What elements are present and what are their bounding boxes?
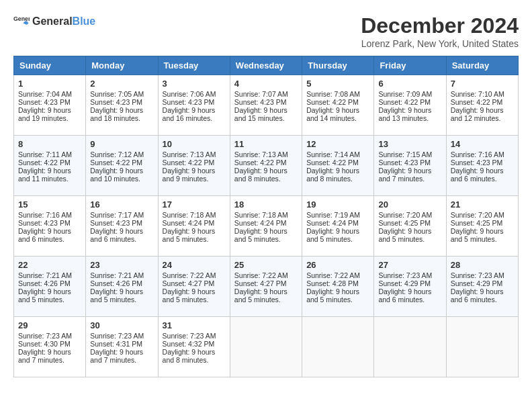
calendar-cell: 5 Sunrise: 7:08 AM Sunset: 4:22 PM Dayli… — [302, 75, 374, 136]
sunrise-label: Sunrise: 7:18 AM — [163, 211, 216, 219]
weekday-header-sunday: Sunday — [14, 56, 86, 75]
calendar-week-row: 15 Sunrise: 7:16 AM Sunset: 4:23 PM Dayl… — [14, 196, 519, 257]
calendar-cell: 26 Sunrise: 7:22 AM Sunset: 4:28 PM Dayl… — [302, 257, 374, 317]
daylight-label: Daylight: 9 hours and 5 minutes. — [234, 287, 287, 304]
sunrise-label: Sunrise: 7:04 AM — [18, 90, 72, 98]
calendar-cell: 31 Sunrise: 7:23 AM Sunset: 4:32 PM Dayl… — [158, 317, 230, 377]
sunset-label: Sunset: 4:23 PM — [18, 98, 71, 106]
day-number: 21 — [451, 199, 514, 210]
location-text: Lorenz Park, New York, United States — [361, 38, 519, 49]
day-number: 10 — [163, 139, 226, 149]
daylight-label: Daylight: 9 hours and 8 minutes. — [306, 167, 359, 183]
title-section: December 2024 Lorenz Park, New York, Uni… — [361, 13, 519, 49]
day-number: 9 — [90, 139, 153, 149]
day-number: 26 — [306, 260, 369, 270]
calendar-cell: 25 Sunrise: 7:22 AM Sunset: 4:27 PM Dayl… — [230, 257, 302, 317]
sunset-label: Sunset: 4:25 PM — [378, 219, 431, 227]
sunset-label: Sunset: 4:23 PM — [451, 158, 503, 167]
daylight-label: Daylight: 9 hours and 15 minutes. — [234, 106, 287, 122]
calendar-cell: 4 Sunrise: 7:07 AM Sunset: 4:23 PM Dayli… — [230, 75, 302, 136]
daylight-label: Daylight: 9 hours and 12 minutes. — [451, 106, 504, 122]
sunset-label: Sunset: 4:24 PM — [234, 219, 287, 227]
sunset-label: Sunset: 4:30 PM — [18, 340, 71, 348]
daylight-label: Daylight: 9 hours and 6 minutes. — [451, 167, 504, 183]
sunset-label: Sunset: 4:23 PM — [378, 158, 431, 167]
day-number: 22 — [18, 260, 81, 270]
daylight-label: Daylight: 9 hours and 5 minutes. — [306, 227, 359, 243]
daylight-label: Daylight: 9 hours and 5 minutes. — [90, 287, 143, 304]
calendar-cell: 28 Sunrise: 7:23 AM Sunset: 4:29 PM Dayl… — [446, 257, 518, 317]
sunrise-label: Sunrise: 7:21 AM — [90, 271, 144, 279]
day-number: 25 — [234, 260, 298, 270]
calendar-cell — [374, 317, 446, 377]
sunset-label: Sunset: 4:23 PM — [90, 219, 142, 227]
sunrise-label: Sunrise: 7:22 AM — [306, 271, 360, 279]
calendar-cell — [302, 317, 374, 377]
sunset-label: Sunset: 4:26 PM — [90, 279, 142, 287]
calendar-cell: 7 Sunrise: 7:10 AM Sunset: 4:22 PM Dayli… — [446, 75, 518, 136]
calendar-week-row: 8 Sunrise: 7:11 AM Sunset: 4:22 PM Dayli… — [14, 136, 519, 196]
daylight-label: Daylight: 9 hours and 5 minutes. — [451, 227, 504, 243]
day-number: 31 — [163, 320, 226, 330]
day-number: 18 — [234, 199, 298, 210]
day-number: 28 — [451, 260, 514, 270]
day-number: 20 — [378, 199, 441, 210]
calendar-cell: 19 Sunrise: 7:19 AM Sunset: 4:24 PM Dayl… — [302, 196, 374, 257]
day-number: 2 — [90, 79, 153, 89]
day-number: 4 — [234, 79, 298, 89]
sunset-label: Sunset: 4:29 PM — [378, 279, 431, 287]
sunset-label: Sunset: 4:24 PM — [306, 219, 359, 227]
weekday-header-tuesday: Tuesday — [158, 56, 230, 75]
calendar-table: SundayMondayTuesdayWednesdayThursdayFrid… — [13, 56, 519, 377]
daylight-label: Daylight: 9 hours and 11 minutes. — [18, 167, 71, 183]
sunset-label: Sunset: 4:29 PM — [451, 279, 503, 287]
calendar-cell: 27 Sunrise: 7:23 AM Sunset: 4:29 PM Dayl… — [374, 257, 446, 317]
sunrise-label: Sunrise: 7:21 AM — [18, 271, 72, 279]
sunset-label: Sunset: 4:22 PM — [378, 98, 431, 106]
day-number: 6 — [378, 79, 441, 89]
day-number: 19 — [306, 199, 369, 210]
calendar-cell: 10 Sunrise: 7:13 AM Sunset: 4:22 PM Dayl… — [158, 136, 230, 196]
month-title: December 2024 — [361, 13, 519, 38]
sunrise-label: Sunrise: 7:20 AM — [378, 211, 432, 219]
logo-blue-text: Blue — [73, 15, 96, 27]
daylight-label: Daylight: 9 hours and 18 minutes. — [90, 106, 143, 122]
calendar-cell: 14 Sunrise: 7:16 AM Sunset: 4:23 PM Dayl… — [446, 136, 518, 196]
sunset-label: Sunset: 4:24 PM — [163, 219, 215, 227]
calendar-week-row: 22 Sunrise: 7:21 AM Sunset: 4:26 PM Dayl… — [14, 257, 519, 317]
day-number: 14 — [451, 139, 514, 149]
sunset-label: Sunset: 4:31 PM — [90, 340, 142, 348]
calendar-cell: 17 Sunrise: 7:18 AM Sunset: 4:24 PM Dayl… — [158, 196, 230, 257]
sunset-label: Sunset: 4:27 PM — [163, 279, 215, 287]
day-number: 7 — [451, 79, 514, 89]
sunset-label: Sunset: 4:23 PM — [90, 98, 142, 106]
day-number: 8 — [18, 139, 81, 149]
logo: General GeneralBlue — [13, 13, 95, 30]
weekday-header-monday: Monday — [86, 56, 158, 75]
svg-text:General: General — [13, 15, 30, 22]
daylight-label: Daylight: 9 hours and 6 minutes. — [18, 227, 71, 243]
daylight-label: Daylight: 9 hours and 8 minutes. — [234, 167, 287, 183]
calendar-cell — [230, 317, 302, 377]
sunrise-label: Sunrise: 7:10 AM — [451, 90, 504, 98]
daylight-label: Daylight: 9 hours and 7 minutes. — [90, 348, 143, 364]
daylight-label: Daylight: 9 hours and 7 minutes. — [378, 167, 431, 183]
sunrise-label: Sunrise: 7:15 AM — [378, 150, 432, 158]
daylight-label: Daylight: 9 hours and 9 minutes. — [163, 167, 216, 183]
calendar-cell — [446, 317, 518, 377]
sunrise-label: Sunrise: 7:05 AM — [90, 90, 144, 98]
calendar-cell: 2 Sunrise: 7:05 AM Sunset: 4:23 PM Dayli… — [86, 75, 158, 136]
day-number: 23 — [90, 260, 153, 270]
weekday-header-row: SundayMondayTuesdayWednesdayThursdayFrid… — [14, 56, 519, 75]
sunrise-label: Sunrise: 7:12 AM — [90, 150, 144, 158]
sunset-label: Sunset: 4:22 PM — [451, 98, 503, 106]
daylight-label: Daylight: 9 hours and 5 minutes. — [163, 227, 216, 243]
day-number: 12 — [306, 139, 369, 149]
daylight-label: Daylight: 9 hours and 5 minutes. — [18, 287, 71, 304]
sunrise-label: Sunrise: 7:11 AM — [18, 150, 72, 158]
sunrise-label: Sunrise: 7:18 AM — [234, 211, 288, 219]
sunrise-label: Sunrise: 7:23 AM — [378, 271, 432, 279]
daylight-label: Daylight: 9 hours and 8 minutes. — [163, 348, 216, 364]
sunrise-label: Sunrise: 7:16 AM — [18, 211, 72, 219]
calendar-cell: 24 Sunrise: 7:22 AM Sunset: 4:27 PM Dayl… — [158, 257, 230, 317]
